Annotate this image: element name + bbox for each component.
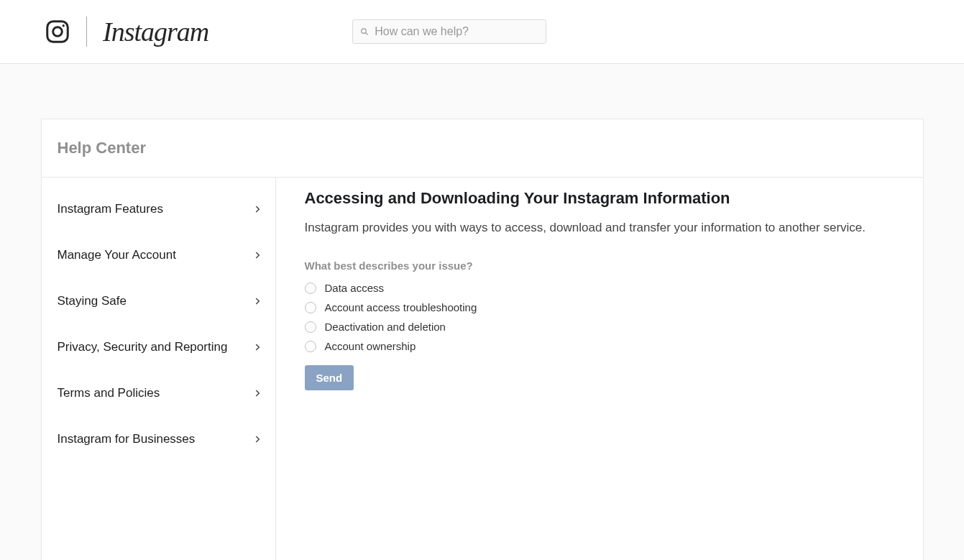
search-icon — [360, 27, 369, 36]
radio-label: Account access troubleshooting — [325, 301, 477, 313]
radio-label: Deactivation and deletion — [325, 321, 446, 333]
search-box[interactable] — [352, 19, 546, 44]
main-content: Accessing and Downloading Your Instagram… — [276, 178, 923, 560]
page-title: Help Center — [58, 139, 909, 157]
radio-icon — [305, 341, 316, 352]
radio-icon — [305, 321, 316, 333]
help-center-card: Help Center Instagram Features Manage Yo… — [41, 119, 924, 560]
radio-icon — [305, 302, 316, 313]
form-question-label: What best describes your issue? — [305, 260, 894, 272]
svg-point-1 — [53, 27, 63, 37]
send-button[interactable]: Send — [305, 365, 354, 390]
radio-icon — [305, 283, 316, 294]
sidebar-item-businesses[interactable]: Instagram for Businesses — [42, 416, 275, 462]
chevron-right-icon — [252, 388, 262, 398]
logo-group[interactable]: Instagram — [45, 16, 208, 47]
sidebar-item-label: Manage Your Account — [58, 248, 176, 262]
sidebar-item-label: Instagram Features — [58, 202, 163, 216]
radio-option-account-ownership[interactable]: Account ownership — [305, 340, 894, 352]
sidebar-item-instagram-features[interactable]: Instagram Features — [42, 186, 275, 232]
sidebar-item-label: Terms and Policies — [58, 386, 160, 400]
content-heading: Accessing and Downloading Your Instagram… — [305, 189, 894, 208]
chevron-right-icon — [252, 342, 262, 352]
radio-option-data-access[interactable]: Data access — [305, 282, 894, 294]
search-wrap — [352, 19, 546, 44]
sidebar-item-label: Instagram for Businesses — [58, 432, 196, 446]
instagram-wordmark: Instagram — [103, 16, 208, 47]
sidebar-item-terms-policies[interactable]: Terms and Policies — [42, 370, 275, 416]
issue-options: Data access Account access troubleshooti… — [305, 282, 894, 352]
radio-label: Data access — [325, 282, 385, 294]
chevron-right-icon — [252, 296, 262, 306]
chevron-right-icon — [252, 250, 262, 260]
sidebar-item-label: Privacy, Security and Reporting — [58, 340, 228, 354]
radio-label: Account ownership — [325, 340, 416, 352]
svg-point-3 — [362, 29, 367, 34]
search-input[interactable] — [375, 25, 538, 38]
instagram-glyph-icon — [45, 19, 70, 45]
chevron-right-icon — [252, 204, 262, 214]
sidebar-item-label: Staying Safe — [58, 294, 127, 308]
sidebar-nav: Instagram Features Manage Your Account S… — [42, 178, 276, 560]
page-header: Help Center — [42, 119, 923, 178]
logo-divider — [86, 17, 87, 47]
content-intro: Instagram provides you with ways to acce… — [305, 221, 894, 235]
svg-line-4 — [366, 33, 368, 35]
chevron-right-icon — [252, 434, 262, 444]
sidebar-item-privacy-security-reporting[interactable]: Privacy, Security and Reporting — [42, 324, 275, 370]
svg-point-2 — [63, 24, 65, 27]
top-bar: Instagram — [0, 0, 964, 64]
sidebar-item-staying-safe[interactable]: Staying Safe — [42, 278, 275, 324]
radio-option-account-access-troubleshooting[interactable]: Account access troubleshooting — [305, 301, 894, 313]
sidebar-item-manage-account[interactable]: Manage Your Account — [42, 232, 275, 278]
svg-rect-0 — [47, 22, 68, 42]
radio-option-deactivation-deletion[interactable]: Deactivation and deletion — [305, 321, 894, 333]
